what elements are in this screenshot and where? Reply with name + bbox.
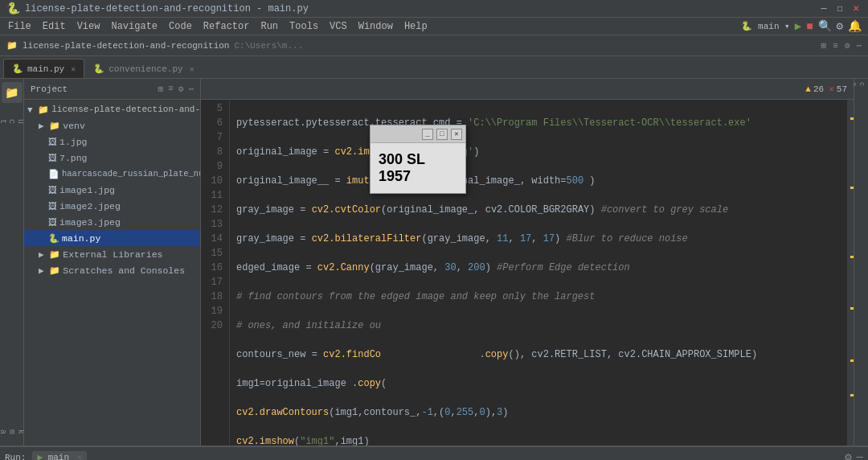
maximize-button[interactable]: □ [834,3,845,14]
sidebar-label-external-libs: External Libraries [63,249,162,260]
menu-navigate[interactable]: Navigate [106,19,162,34]
bottom-panel: Run: ▶ main ✕ ⚙ ─ C:\Users\mwang\Pycharm… [0,446,868,460]
more-icon[interactable]: ⋯ [856,40,862,51]
sidebar-item-image3[interactable]: 🖼 image3.jpeg [24,214,200,230]
tab-close-main[interactable]: ✕ [71,64,76,74]
sidebar-icon-2[interactable]: ≡ [168,84,174,94]
popup-titlebar: _ □ ✕ [371,125,465,143]
sidebar-item-scratches[interactable]: ▶ 📁 Scratches and Consoles [24,262,200,278]
title-bar: 🐍 license-plate-detection-and-recognitio… [0,0,868,18]
settings-icon[interactable]: ⚙ [845,40,850,51]
settings-icon-bottom[interactable]: ⚙ [845,450,851,460]
run-main-label: main [48,453,69,460]
error-icon: ✕ [829,84,834,94]
popup-minimize[interactable]: _ [422,129,433,140]
collapse-icon[interactable]: ≡ [833,41,838,51]
folder-icon-libs: ▶ 📁 [39,249,60,260]
expand-icon[interactable]: ⊞ [821,40,827,51]
sidebar-root-label: license-plate-detection-and-recognition [51,105,200,114]
menu-vcs[interactable]: VCS [325,19,352,34]
tab-close-convenience[interactable]: ✕ [190,64,194,74]
bottom-tabs: Run: ▶ main ✕ ⚙ ─ [0,447,868,460]
folder-icon: ▶ 📁 [39,121,60,131]
tab-main-py[interactable]: 🐍 main.py ✕ [3,59,84,78]
warn-mark-5 [850,359,854,362]
activity-structure[interactable]: Structure [2,111,23,132]
menu-run[interactable]: Run [256,19,283,34]
menu-help[interactable]: Help [399,19,432,34]
window-controls: ─ □ ✕ [818,3,862,14]
line-numbers: 5 6 7 8 9 10 11 12 13 14 15 16 17 18 19 … [201,100,230,446]
warning-count: ▲ 26 [805,84,824,94]
file-icon-mainpy: 🐍 [48,233,59,244]
tab-bar: 🐍 main.py ✕ 🐍 convenience.py ✕ [0,56,868,79]
warn-mark-6 [850,394,854,396]
sidebar-item-venv[interactable]: ▶ 📁 venv [24,117,200,133]
sidebar-label-7png: 7.png [59,153,88,163]
activity-bar: 📁 Structure Bookmarks [0,79,24,446]
error-count: ✕ 57 [829,84,847,94]
warn-mark-3 [850,256,854,258]
run-label: Run: [5,453,26,461]
file-icon-image3: 🖼 [48,217,57,228]
tab-convenience-py[interactable]: 🐍 convenience.py ✕ [84,59,203,78]
menu-edit[interactable]: Edit [38,19,71,34]
sidebar-item-7png[interactable]: 🖼 7.png [24,150,200,166]
menu-window[interactable]: Window [354,19,398,34]
warning-icon: ▲ [805,84,811,94]
editor-toolbar: ▲ 26 ✕ 57 [201,79,854,100]
menu-tools[interactable]: Tools [285,19,323,34]
sidebar-label-image2: image2.jpeg [59,201,121,212]
sidebar-venv-label: venv [63,121,85,131]
sidebar-item-1jpg[interactable]: 🖼 1.jpg [24,133,200,150]
activity-project[interactable]: 📁 [2,82,23,103]
sidebar-icon-1[interactable]: ⊞ [158,84,164,94]
sidebar-item-image1[interactable]: 🖼 image1.jpg [24,182,200,198]
folder-icon-scratches: ▶ 📁 [39,265,60,276]
warn-mark-1 [850,117,854,120]
run-close-icon[interactable]: ✕ [77,453,83,460]
popup-close[interactable]: ✕ [451,129,462,140]
sidebar-item-haarcascade[interactable]: 📄 haarcascade_russian_plate_number.xml [24,166,200,182]
tab-label-convenience: convenience.py [108,64,182,74]
code-content[interactable]: pytesseract.pytesseract.tesseract_cmd = … [230,100,847,446]
file-icon-7png: 🖼 [48,153,57,163]
activity-bookmarks[interactable]: Bookmarks [2,421,23,442]
tab-label-main: main.py [27,64,64,74]
folder-open-icon: ▼ 📁 [27,105,49,115]
sidebar-item-mainpy[interactable]: 🐍 main.py [24,230,200,246]
sidebar-item-external-libs[interactable]: ▶ 📁 External Libraries [24,246,200,262]
close-panel-icon[interactable]: ─ [857,451,863,461]
run-main-tab[interactable]: ▶ main ✕ [32,451,87,460]
popup-maximize[interactable]: □ [436,129,448,140]
menu-code[interactable]: Code [164,19,197,34]
file-icon-xml: 📄 [48,169,59,179]
sidebar-icon-3[interactable]: ⚙ [178,84,184,94]
menu-bar: File Edit View Navigate Code Refactor Ru… [0,18,868,35]
bottom-tabs-left: Run: ▶ main ✕ [5,451,87,460]
project-banner: 📁 license-plate-detection-and-recognitio… [0,35,868,56]
project-path: C:\Users\m... [234,41,303,51]
sidebar-header-icons: ⊞ ≡ ⚙ ⋯ [158,84,194,94]
warn-mark-4 [850,307,854,310]
menu-view[interactable]: View [72,19,105,34]
sidebar-item-root[interactable]: ▼ 📁 license-plate-detection-and-recognit… [24,101,200,117]
app-title: license-plate-detection-and-recognition … [25,3,309,14]
sidebar-label-scratches: Scratches and Consoles [63,265,185,276]
close-button[interactable]: ✕ [850,3,862,14]
sidebar-item-image2[interactable]: 🖼 image2.jpeg [24,198,200,214]
menu-refactor[interactable]: Refactor [199,19,255,34]
warn-mark-2 [850,187,854,189]
file-icon-1jpg: 🖼 [48,137,57,147]
right-panel: Notifications [854,79,868,446]
sidebar-icon-4[interactable]: ⋯ [188,84,194,94]
popup-plate-text: 300 SL 1957 [379,151,457,185]
menu-file[interactable]: File [3,19,36,34]
file-icon-image1: 🖼 [48,185,57,195]
minimize-button[interactable]: ─ [818,3,829,14]
popup-content: 300 SL 1957 [371,143,465,193]
run-icon: ▶ [37,453,43,460]
sidebar-label-haarcascade: haarcascade_russian_plate_number.xml [62,169,200,179]
sidebar-label-mainpy: main.py [62,233,100,244]
sidebar: Project ⊞ ≡ ⚙ ⋯ ▼ 📁 license-plate-detect… [24,79,201,446]
